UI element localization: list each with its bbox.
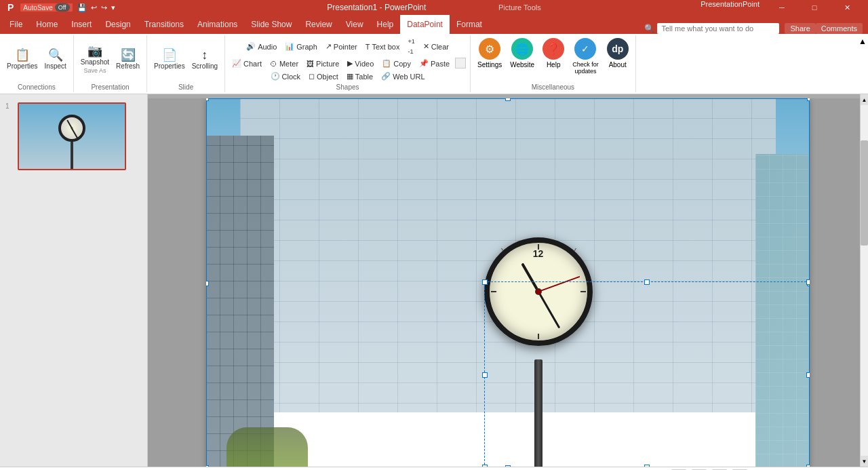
settings-icon: ⚙ — [479, 38, 500, 60]
clock-face: 12 — [484, 237, 593, 346]
title-bar-left: P AutoSave Off 💾 ↩ ↪ ▾ — [5, 1, 115, 14]
share-button[interactable]: Share — [785, 23, 815, 34]
table-button[interactable]: ▦Table — [344, 71, 376, 82]
shapes-label: Shapes — [336, 82, 359, 91]
toolbar-undo-icon[interactable]: ↩ — [91, 3, 97, 12]
left-building — [206, 136, 274, 467]
website-button[interactable]: 🌐 Website — [507, 37, 537, 76]
inspect-button[interactable]: 🔍 Inspect — [42, 47, 69, 71]
slide-thumbnail-1[interactable] — [18, 102, 126, 170]
ribbon-group-connections: 📋 Properties 🔍 Inspect Connections — [0, 35, 74, 92]
presentation-point-label: PresentationPoint — [701, 0, 760, 15]
graph-icon: 📊 — [285, 42, 294, 51]
increment-button[interactable]: +1 — [405, 37, 417, 46]
tab-slideshow[interactable]: Slide Show — [244, 15, 298, 34]
scroll-thumb[interactable] — [861, 140, 868, 246]
meter-button[interactable]: ⏲Meter — [267, 58, 301, 69]
toolbar-more-icon[interactable]: ▾ — [111, 3, 115, 12]
check-updates-button[interactable]: ✓ Check forupdates — [570, 37, 601, 76]
shapes-row-1: 🔊Audio 📊Graph ↗Pointer TText box +1 -1 ✕… — [243, 37, 452, 56]
video-button[interactable]: ▶Video — [344, 58, 376, 69]
autosave-status[interactable]: Off — [55, 3, 70, 12]
tab-transitions[interactable]: Transitions — [138, 15, 191, 34]
scrolling-button[interactable]: ↕ Scrolling — [189, 47, 220, 71]
toolbar-redo-icon[interactable]: ↪ — [101, 3, 107, 12]
maximize-button[interactable]: □ — [799, 0, 830, 15]
status-bar: Slide 1 of 1 Notes 💬 ⊞ ⊟ 📖 ▶ ─ + 114% ⊡ — [0, 467, 868, 470]
check-updates-icon: ✓ — [574, 38, 596, 60]
about-icon: dp — [607, 38, 629, 60]
slide-properties-button[interactable]: 📄 Properties — [151, 47, 188, 71]
graph-button[interactable]: 📊Graph — [282, 37, 320, 56]
right-building — [755, 154, 810, 467]
audio-icon: 🔊 — [246, 42, 256, 51]
handle-tl[interactable] — [206, 98, 209, 101]
handle-tr[interactable] — [807, 98, 810, 101]
ribbon-area: File Home Insert Design Transitions Anim… — [0, 15, 868, 94]
toolbar-save-icon[interactable]: 💾 — [77, 3, 87, 12]
handle-mr[interactable] — [807, 281, 810, 286]
about-button[interactable]: dp About — [604, 37, 631, 76]
refresh-icon: 🔄 — [121, 49, 136, 61]
help-icon: ❓ — [542, 38, 564, 60]
handle-bl[interactable] — [206, 465, 209, 467]
decrement-button[interactable]: -1 — [405, 47, 417, 56]
ribbon-collapse[interactable]: ▲ — [857, 35, 868, 92]
slide-canvas[interactable]: 12 — [206, 98, 810, 467]
search-input[interactable] — [657, 23, 779, 34]
slide-items: 📄 Properties ↕ Scrolling — [151, 37, 220, 82]
right-scrollbar[interactable]: ▲ ▼ — [860, 94, 868, 467]
refresh-button[interactable]: 🔄 Refresh — [113, 47, 142, 71]
handle-tc[interactable] — [505, 98, 511, 101]
tab-animations[interactable]: Animations — [191, 15, 244, 34]
handle-br[interactable] — [807, 465, 810, 467]
settings-button[interactable]: ⚙ Settings — [475, 37, 505, 76]
handle-ml[interactable] — [206, 281, 209, 286]
tab-datapoint[interactable]: DataPoint — [400, 15, 450, 34]
scroll-up-button[interactable]: ▲ — [861, 94, 868, 105]
copy-button[interactable]: 📋Copy — [379, 58, 414, 69]
powerpoint-icon: P — [5, 1, 16, 14]
tree-left — [226, 427, 308, 467]
tab-insert[interactable]: Insert — [64, 15, 98, 34]
properties-button[interactable]: 📋 Properties — [4, 47, 41, 71]
tab-view[interactable]: View — [339, 15, 370, 34]
audio-button[interactable]: 🔊Audio — [243, 37, 279, 56]
tab-home[interactable]: Home — [29, 15, 64, 34]
handle-bc[interactable] — [505, 465, 511, 467]
website-icon: 🌐 — [511, 38, 533, 60]
color-picker[interactable] — [455, 58, 466, 68]
textbox-button[interactable]: TText box — [363, 37, 403, 56]
snapshot-icon: 📷 — [87, 45, 102, 57]
weburl-button[interactable]: 🔗Web URL — [378, 71, 427, 82]
chart-button[interactable]: 📈Chart — [229, 58, 264, 69]
scroll-track[interactable] — [861, 105, 868, 456]
top-scroll-indicator — [148, 94, 860, 98]
scroll-down-button[interactable]: ▼ — [861, 456, 868, 467]
close-button[interactable]: ✕ — [831, 0, 863, 15]
paste-actions[interactable]: ✕Clear — [420, 37, 452, 56]
tab-format[interactable]: Format — [450, 15, 489, 34]
window-title: Presentation1 - PowerPoint Picture Tools — [327, 3, 541, 12]
pointer-button[interactable]: ↗Pointer — [323, 37, 360, 56]
tab-review[interactable]: Review — [298, 15, 338, 34]
picture-button[interactable]: 🖼Picture — [304, 58, 342, 69]
tab-help[interactable]: Help — [370, 15, 401, 34]
clock-button[interactable]: 🕐Clock — [268, 71, 304, 82]
minimize-button[interactable]: ─ — [766, 0, 797, 15]
autosave-toggle[interactable]: AutoSave Off — [20, 3, 73, 12]
comments-button[interactable]: Comments — [816, 23, 863, 34]
tab-design[interactable]: Design — [98, 15, 137, 34]
slide-item-1[interactable]: 1 — [3, 100, 144, 173]
misc-icons: ⚙ Settings 🌐 Website ❓ Help ✓ Check foru… — [475, 37, 631, 76]
paste-button[interactable]: 📌Paste — [416, 58, 452, 69]
tab-file[interactable]: File — [3, 15, 29, 34]
snapshot-button[interactable]: 📷 Snapshot Save As — [78, 43, 112, 75]
inspect-icon: 🔍 — [48, 49, 63, 61]
object-button[interactable]: ◻Object — [306, 71, 341, 82]
clear-icon: ✕ — [423, 42, 429, 51]
ribbon-group-misc: ⚙ Settings 🌐 Website ❓ Help ✓ Check foru… — [471, 35, 636, 92]
ribbon-content: 📋 Properties 🔍 Inspect Connections 📷 Sna… — [0, 34, 868, 94]
connections-label: Connections — [18, 82, 56, 91]
help-button[interactable]: ❓ Help — [540, 37, 567, 76]
